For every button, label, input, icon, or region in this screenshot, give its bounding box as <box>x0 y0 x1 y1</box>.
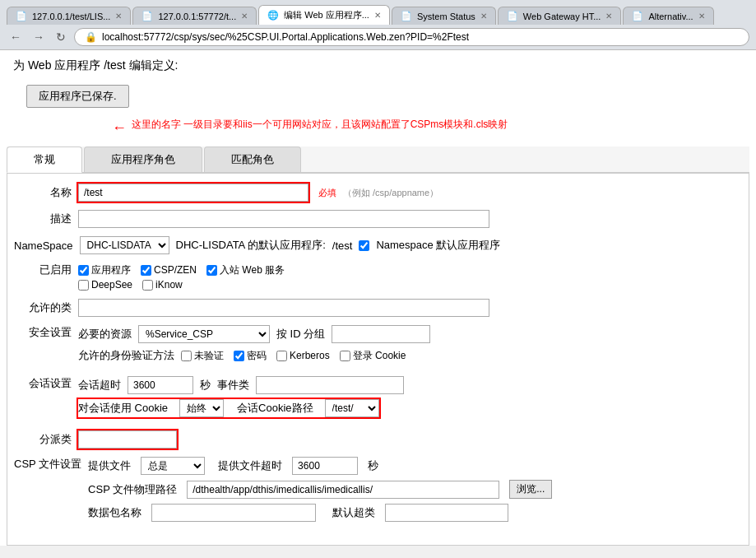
package-name-input[interactable] <box>151 504 316 522</box>
enabled-iknow: iKnow <box>142 279 183 291</box>
app-checkbox[interactable] <box>78 265 89 276</box>
required-resource-label: 必要的资源 <box>78 327 132 342</box>
browser-chrome: 📄 127.0.0.1/test/LIS... ✕ 📄 127.0.0.1:57… <box>0 0 756 50</box>
serve-files-row: 提供文件 总是 从不 有改变时 提供文件超时 秒 <box>88 457 552 475</box>
enabled-checkboxes: 应用程序 CSP/ZEN 入站 Web 服务 <box>78 263 285 277</box>
group-input[interactable] <box>78 430 177 449</box>
by-id-label: 按 ID 分组 <box>276 327 325 342</box>
arrow-icon: ← <box>112 119 127 137</box>
event-class-label: 事件类 <box>217 378 249 393</box>
browse-button[interactable]: 浏览... <box>509 480 552 499</box>
csp-path-row: CSP 文件物理路径 浏览... <box>88 480 552 499</box>
tab-match-roles[interactable]: 匹配角色 <box>204 146 301 172</box>
package-row: 数据包名称 默认超类 <box>88 504 552 522</box>
namespace-label: NameSpace <box>14 239 73 252</box>
tab-6-favicon: 📄 <box>632 11 643 21</box>
kerberos-label: Kerberos <box>290 350 330 361</box>
auth-cookie: 登录 Cookie <box>340 349 406 363</box>
name-input[interactable] <box>78 184 308 202</box>
tab-general[interactable]: 常规 <box>7 146 82 173</box>
tab-2[interactable]: 📄 127.0.0.1:57772/t... ✕ <box>132 7 257 25</box>
session-timeout-unit: 秒 <box>200 378 211 393</box>
session-timeout-label: 会话超时 <box>78 378 121 393</box>
enabled-checkboxes2: DeepSee iKnow <box>78 279 183 291</box>
name-row: 名称 必填 （例如 /csp/appname） <box>14 184 742 202</box>
tab-6-label: Alternativ... <box>648 12 693 21</box>
tab-1-close[interactable]: ✕ <box>115 12 122 21</box>
tab-2-favicon: 📄 <box>141 11 153 21</box>
unverified-checkbox[interactable] <box>181 351 192 361</box>
default-super-input[interactable] <box>385 504 508 522</box>
tab-app-roles[interactable]: 应用程序角色 <box>84 146 202 172</box>
description-row: 描述 <box>14 210 742 228</box>
csp-file-label: CSP 文件设置 <box>14 457 81 472</box>
required-resource-select[interactable]: %Service_CSP %Service_WebGateway None <box>138 325 270 343</box>
description-input[interactable] <box>78 210 489 228</box>
csp-file-block: 提供文件 总是 从不 有改变时 提供文件超时 秒 CSP 文件物理路径 <box>88 457 552 527</box>
enabled-app: 应用程序 <box>78 263 131 277</box>
tab-5-label: Web Gateway HT... <box>523 12 601 21</box>
cookie-path-select[interactable]: /test/ / 自定义 <box>325 399 379 417</box>
cookie-label: 对会话使用 Cookie <box>78 401 168 416</box>
address-bar: ← → ↻ 🔒 localhost:57772/csp/sys/sec/%25C… <box>0 25 756 49</box>
tab-1-favicon: 📄 <box>16 11 27 21</box>
default-super-label: 默认超类 <box>332 505 375 520</box>
auth-unverified: 未验证 <box>181 349 224 363</box>
forward-button[interactable]: → <box>30 29 48 45</box>
package-name-label: 数据包名称 <box>88 505 141 520</box>
by-id-input[interactable] <box>332 325 430 343</box>
deepsee-checkbox[interactable] <box>78 280 89 291</box>
group-field-container <box>78 430 177 449</box>
url-display[interactable]: localhost:57772/csp/sys/sec/%25CSP.UI.Po… <box>102 31 739 43</box>
tab-1[interactable]: 📄 127.0.0.1/test/LIS... ✕ <box>7 7 131 25</box>
reload-button[interactable]: ↻ <box>53 29 69 45</box>
enabled-csp: CSP/ZEN <box>141 264 197 276</box>
name-hint: （例如 /csp/appname） <box>343 187 438 199</box>
serve-timeout-input[interactable] <box>292 457 358 475</box>
event-class-input[interactable] <box>256 376 404 394</box>
csp-file-path-input[interactable] <box>187 481 499 499</box>
cookie-row: 对会话使用 Cookie 始终 从不 自动 会话Cookie路径 /test/ … <box>78 399 379 417</box>
resource-row: 必要的资源 %Service_CSP %Service_WebGateway N… <box>78 325 430 343</box>
inbound-checkbox[interactable] <box>206 265 217 276</box>
serve-files-select[interactable]: 总是 从不 有改变时 <box>141 457 205 475</box>
iknow-checkbox[interactable] <box>142 280 153 291</box>
allowed-types-input[interactable] <box>78 299 489 317</box>
page-content: 为 Web 应用程序 /test 编辑定义: 应用程序已保存. ← 这里的名字 … <box>0 50 756 546</box>
back-button[interactable]: ← <box>7 29 25 45</box>
password-checkbox[interactable] <box>234 351 244 361</box>
inbound-label: 入站 Web 服务 <box>220 263 285 277</box>
tab-4[interactable]: 📄 System Status ✕ <box>392 7 496 25</box>
tab-3-close[interactable]: ✕ <box>374 11 381 20</box>
form-tabs: 常规 应用程序角色 匹配角色 <box>7 146 749 173</box>
tab-6[interactable]: 📄 Alternativ... ✕ <box>623 7 713 25</box>
description-label: 描述 <box>14 212 72 226</box>
name-label: 名称 <box>14 185 72 200</box>
tab-6-close[interactable]: ✕ <box>698 12 705 21</box>
save-button[interactable]: 应用程序已保存. <box>26 85 129 108</box>
enabled-label: 已启用 <box>14 263 72 277</box>
tab-2-close[interactable]: ✕ <box>241 12 248 21</box>
login-cookie-checkbox[interactable] <box>340 351 350 361</box>
tab-2-label: 127.0.0.1:57772/t... <box>158 12 236 21</box>
namespace-checkbox[interactable] <box>359 240 369 251</box>
password-label: 密码 <box>247 349 267 363</box>
serve-timeout-unit: 秒 <box>368 458 378 473</box>
app-label: 应用程序 <box>91 263 131 277</box>
allowed-types-row: 允许的类 <box>14 299 742 317</box>
auth-password: 密码 <box>234 349 267 363</box>
tab-3[interactable]: 🌐 编辑 Web 应用程序... ✕ <box>258 5 390 25</box>
namespace-select[interactable]: DHC-LISDATA HSLIB USER %SYS <box>80 236 169 254</box>
cookie-select[interactable]: 始终 从不 自动 <box>179 399 224 417</box>
name-field-container <box>78 184 308 202</box>
tab-5-close[interactable]: ✕ <box>605 12 612 21</box>
tab-5[interactable]: 📄 Web Gateway HT... ✕ <box>498 7 622 25</box>
tab-4-close[interactable]: ✕ <box>480 12 487 21</box>
tab-3-label: 编辑 Web 应用程序... <box>284 9 369 21</box>
csp-file-section: CSP 文件设置 提供文件 总是 从不 有改变时 提供文件超时 秒 <box>14 457 742 527</box>
enabled-row: 已启用 应用程序 CSP/ZEN 入站 Web 服务 <box>14 263 742 277</box>
session-timeout-input[interactable] <box>128 376 193 394</box>
csp-checkbox[interactable] <box>141 265 151 276</box>
kerberos-checkbox[interactable] <box>276 351 287 361</box>
iknow-label: iKnow <box>155 279 183 291</box>
